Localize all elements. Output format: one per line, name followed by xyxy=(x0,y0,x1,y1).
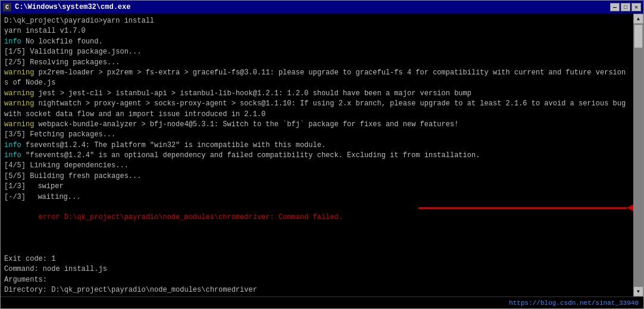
terminal-line: warning jest > jest-cli > istanbul-api >… xyxy=(4,89,629,99)
scroll-up-button[interactable]: ▲ xyxy=(633,14,643,24)
minimize-button[interactable]: — xyxy=(610,3,620,11)
window-title: C:\Windows\system32\cmd.exe xyxy=(15,3,130,11)
terminal-line: Arguments: xyxy=(4,275,629,285)
terminal-line: D:\qk_project\payradio>yarn install xyxy=(4,16,629,26)
terminal-line: [2/5] Resolving packages... xyxy=(4,58,629,68)
tag-info: info xyxy=(4,141,21,149)
terminal-line: info No lockfile found. xyxy=(4,37,629,47)
statusbar: https://blog.csdn.net/sinat_33940 xyxy=(1,296,643,308)
maximize-button[interactable]: □ xyxy=(621,3,630,11)
terminal-line: Exit code: 1 xyxy=(4,254,629,264)
terminal-line: Output: xyxy=(4,296,629,296)
tag-info: info xyxy=(4,151,21,160)
titlebar-controls: — □ ✕ xyxy=(610,3,641,11)
terminal-line-error: error D:\qk_project\payradio\node_module… xyxy=(4,202,629,254)
terminal-line: Directory: D:\qk_project\payradio\node_m… xyxy=(4,285,629,295)
terminal-line: [4/5] Linking dependencies... xyxy=(4,161,629,171)
statusbar-url: https://blog.csdn.net/sinat_33940 xyxy=(509,299,639,307)
terminal-line: [3/5] Fetching packages... xyxy=(4,130,629,140)
titlebar-left: C C:\Windows\system32\cmd.exe xyxy=(3,3,130,11)
terminal-line: warning px2rem-loader > px2rem > fs-extr… xyxy=(4,68,629,89)
scroll-thumb[interactable] xyxy=(634,24,643,48)
window: C C:\Windows\system32\cmd.exe — □ ✕ D:\q… xyxy=(0,0,644,309)
terminal-content: D:\qk_project\payradio>yarn install yarn… xyxy=(4,16,640,296)
terminal-line: [1/3] swiper xyxy=(4,182,629,192)
terminal-line: yarn install v1.7.0 xyxy=(4,26,629,36)
terminal-line: [5/5] Building fresh packages... xyxy=(4,171,629,182)
tag-info: info xyxy=(4,38,21,46)
arrow-error xyxy=(418,204,635,212)
terminal-line: info "fsevents@1.2.4" is an optional dep… xyxy=(4,151,629,161)
terminal: D:\qk_project\payradio>yarn install yarn… xyxy=(1,14,643,296)
tag-warning: warning xyxy=(4,89,34,98)
scroll-down-button[interactable]: ▼ xyxy=(633,286,643,296)
cmd-icon: C xyxy=(3,3,11,11)
tag-warning: warning xyxy=(4,68,34,77)
terminal-line: info fsevents@1.2.4: The platform "win32… xyxy=(4,141,629,151)
tag-error: error xyxy=(39,213,60,221)
close-button[interactable]: ✕ xyxy=(632,3,641,11)
terminal-line: [1/5] Validating package.json... xyxy=(4,47,629,57)
tag-warning: warning xyxy=(4,120,34,129)
terminal-line: warning nightwatch > proxy-agent > socks… xyxy=(4,99,629,120)
terminal-line: Command: node install.js xyxy=(4,264,629,274)
scroll-track[interactable] xyxy=(633,24,643,286)
titlebar: C C:\Windows\system32\cmd.exe — □ ✕ xyxy=(1,1,643,14)
tag-warning: warning xyxy=(4,99,34,108)
scrollbar[interactable]: ▲ ▼ xyxy=(633,14,643,296)
terminal-line: warning webpack-bundle-analyzer > bfj-no… xyxy=(4,120,629,130)
terminal-line: [-/3] waiting... xyxy=(4,192,629,202)
